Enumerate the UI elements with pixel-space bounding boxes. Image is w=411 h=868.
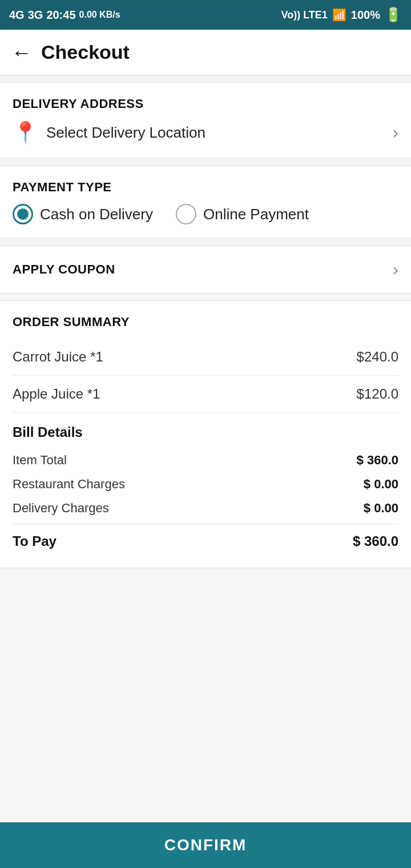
chevron-right-icon: ›: [393, 123, 398, 142]
payment-type-label: PAYMENT TYPE: [13, 180, 398, 195]
item-carrot-juice-name: Carrot Juice *1: [13, 349, 103, 365]
bill-details-title: Bill Details: [13, 424, 398, 440]
delivery-address-label: DELIVERY ADDRESS: [13, 97, 398, 111]
bottom-spacer: [0, 568, 411, 625]
wifi-icon: 📶: [332, 8, 346, 22]
item-total-value: $ 360.0: [357, 453, 398, 468]
volte-icon: Vo)) LTE1: [281, 9, 328, 21]
online-payment-option[interactable]: Online Payment: [176, 204, 309, 224]
online-label: Online Payment: [203, 206, 309, 223]
payment-options: Cash on Delivery Online Payment: [13, 204, 398, 224]
battery-icon: 🔋: [385, 7, 402, 23]
coupon-label: APPLY COUPON: [13, 262, 115, 277]
order-summary-label: ORDER SUMMARY: [13, 315, 398, 329]
delivery-location-text: Select Delivery Location: [46, 124, 206, 142]
delivery-charges-value: $ 0.00: [364, 501, 398, 516]
delivery-address-section: DELIVERY ADDRESS 📍 Select Delivery Locat…: [0, 82, 411, 159]
cash-on-delivery-option[interactable]: Cash on Delivery: [13, 204, 153, 224]
cod-radio-selected: [17, 208, 29, 220]
to-pay-label: To Pay: [13, 533, 57, 549]
delivery-left: 📍 Select Delivery Location: [13, 120, 206, 144]
page-title: Checkout: [41, 41, 130, 63]
status-left: 4G 3G 20:45 0.00 KB/s: [9, 9, 120, 22]
order-summary-section: ORDER SUMMARY Carrot Juice *1 $240.0 App…: [0, 300, 411, 568]
apply-coupon-section[interactable]: APPLY COUPON ›: [0, 246, 411, 294]
restaurant-charges-value: $ 0.00: [364, 477, 398, 492]
network-3g: 3G: [28, 9, 43, 22]
location-icon: 📍: [13, 120, 38, 144]
confirm-button[interactable]: CONFIRM: [0, 822, 411, 868]
delivery-charges-row: Delivery Charges $ 0.00: [13, 496, 398, 520]
cod-radio[interactable]: [13, 204, 33, 224]
header: ← Checkout: [0, 30, 411, 75]
coupon-chevron-icon: ›: [393, 260, 398, 279]
restaurant-charges-row: Restaurant Charges $ 0.00: [13, 472, 398, 496]
to-pay-row: To Pay $ 360.0: [13, 524, 398, 554]
item-total-row: Item Total $ 360.0: [13, 448, 398, 472]
cod-label: Cash on Delivery: [40, 206, 153, 223]
time: 20:45: [46, 9, 75, 22]
delivery-charges-label: Delivery Charges: [13, 501, 109, 516]
order-item-row: Carrot Juice *1 $240.0: [13, 339, 398, 376]
order-item-row: Apple Juice *1 $120.0: [13, 376, 398, 413]
status-right: Vo)) LTE1 📶 100% 🔋: [281, 7, 402, 23]
to-pay-value: $ 360.0: [353, 533, 398, 549]
delivery-location-row[interactable]: 📍 Select Delivery Location ›: [13, 120, 398, 144]
battery-level: 100%: [351, 9, 380, 22]
online-radio[interactable]: [176, 204, 196, 224]
data-speed: 0.00 KB/s: [79, 10, 120, 20]
confirm-label: CONFIRM: [164, 836, 247, 854]
back-button[interactable]: ←: [11, 41, 32, 65]
restaurant-charges-label: Restaurant Charges: [13, 477, 125, 492]
network-4g: 4G: [9, 9, 25, 22]
payment-type-section: PAYMENT TYPE Cash on Delivery Online Pay…: [0, 166, 411, 239]
item-carrot-juice-price: $240.0: [357, 349, 398, 365]
status-bar: 4G 3G 20:45 0.00 KB/s Vo)) LTE1 📶 100% 🔋: [0, 0, 411, 30]
item-apple-juice-name: Apple Juice *1: [13, 386, 100, 402]
item-total-label: Item Total: [13, 453, 67, 468]
item-apple-juice-price: $120.0: [357, 386, 398, 402]
